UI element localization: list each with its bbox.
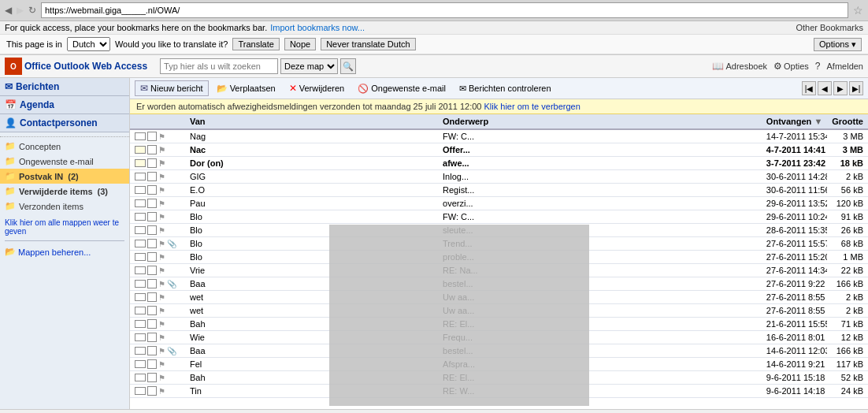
- folder-concepten[interactable]: 📁 Concepten: [0, 139, 129, 154]
- flag-icon[interactable]: ⚑: [158, 186, 165, 195]
- manage-folders-link[interactable]: 📂 Mappen beheren...: [0, 244, 129, 259]
- flag-icon[interactable]: ⚑: [158, 213, 165, 221]
- checkbox[interactable]: [147, 373, 157, 382]
- translate-button[interactable]: Translate: [232, 38, 279, 50]
- checkbox[interactable]: [147, 225, 157, 235]
- language-select[interactable]: Dutch: [67, 37, 110, 51]
- opties-button[interactable]: ⚙ Opties: [773, 61, 809, 72]
- flag-icon[interactable]: ⚑: [158, 253, 165, 262]
- flag-icon[interactable]: ⚑: [158, 173, 165, 181]
- flag-icon[interactable]: ⚑: [158, 387, 165, 396]
- flag-icon[interactable]: ⚑: [158, 333, 165, 342]
- checkbox[interactable]: [147, 333, 157, 342]
- checkbox[interactable]: [147, 359, 157, 369]
- flag-icon[interactable]: ⚑: [158, 280, 165, 288]
- col-header-date[interactable]: Ontvangen ▼: [762, 114, 827, 129]
- flag-icon[interactable]: ⚑: [158, 320, 165, 329]
- checkbox[interactable]: [147, 319, 157, 329]
- flag-icon[interactable]: ⚑: [158, 132, 165, 141]
- search-input[interactable]: [160, 58, 278, 74]
- import-bookmarks-link[interactable]: Import bookmarks now...: [270, 23, 365, 32]
- forward-icon[interactable]: ▶: [17, 5, 24, 16]
- checkbox[interactable]: [147, 212, 157, 221]
- folder-ongewenste[interactable]: 📁 Ongewenste e-mail: [0, 154, 129, 169]
- size-cell: 120 kB: [827, 197, 868, 210]
- back-icon[interactable]: ◀: [5, 5, 12, 16]
- adresboek-button[interactable]: 📖 Adresboek: [712, 61, 767, 72]
- show-all-folders-link[interactable]: Klik hier om alle mappen weer te geven: [0, 217, 129, 237]
- search-scope-select[interactable]: Deze map: [280, 58, 338, 74]
- nope-button[interactable]: Nope: [284, 38, 316, 50]
- checkbox[interactable]: [147, 158, 157, 168]
- never-translate-button[interactable]: Never translate Dutch: [321, 38, 415, 50]
- flag-icon[interactable]: ⚑: [158, 266, 165, 275]
- flag-icon[interactable]: ⚑: [158, 146, 165, 154]
- flag-icon[interactable]: ⚑: [158, 226, 165, 235]
- folder-postvak-in[interactable]: 📁 Postvak IN (2): [0, 169, 129, 184]
- col-header-size: Grootte: [827, 114, 868, 129]
- context-menu-overlay: [329, 225, 589, 406]
- help-button[interactable]: ?: [815, 61, 821, 72]
- flag-icon[interactable]: ⚑: [158, 307, 165, 315]
- envelope-icon: [135, 333, 146, 341]
- next-page-button[interactable]: ▶: [833, 81, 848, 95]
- flag-icon[interactable]: ⚑: [158, 347, 165, 355]
- checkbox[interactable]: [147, 145, 157, 154]
- subject-cell: FW: C...: [438, 210, 762, 224]
- checkbox[interactable]: [147, 172, 157, 181]
- afmelden-button[interactable]: Afmelden: [827, 61, 863, 71]
- checkbox[interactable]: [147, 199, 157, 208]
- table-row[interactable]: ⚑ Pau overzi... 29-6-2011 13:52 120 kB: [130, 197, 868, 210]
- col-header-from[interactable]: Van: [185, 114, 438, 129]
- sidebar-item-contactpersonen[interactable]: 👤 Contactpersonen: [0, 114, 129, 132]
- col-header-subject[interactable]: Onderwerp: [438, 114, 762, 129]
- checkbox[interactable]: [147, 239, 157, 248]
- outlook-icon: O: [5, 58, 22, 75]
- checkbox[interactable]: [147, 132, 157, 141]
- options-button[interactable]: Options ▾: [814, 38, 862, 51]
- sender-cell: Nac: [185, 143, 438, 157]
- sidebar-item-berichten[interactable]: ✉ Berichten: [0, 78, 129, 96]
- flag-icon[interactable]: ⚑: [158, 159, 165, 168]
- junk-button[interactable]: 🚫 Ongewenste e-mail: [352, 81, 451, 96]
- checkbox[interactable]: [147, 279, 157, 288]
- search-button[interactable]: 🔍: [340, 58, 356, 74]
- refresh-icon[interactable]: ↻: [28, 5, 36, 16]
- new-message-button[interactable]: ✉ Nieuw bericht: [135, 80, 209, 96]
- flag-icon[interactable]: ⚑: [158, 293, 165, 302]
- checkbox[interactable]: [147, 252, 157, 262]
- check-messages-button[interactable]: ✉ Berichten controleren: [454, 81, 557, 96]
- last-page-button[interactable]: ▶|: [849, 81, 863, 95]
- checkbox[interactable]: [147, 266, 157, 275]
- folder-verwijderde[interactable]: 📁 Verwijderde items (3): [0, 184, 129, 199]
- folder-verzonden[interactable]: 📁 Verzonden items: [0, 199, 129, 214]
- table-row[interactable]: ⚑ Blo FW: C... 29-6-2011 10:24 91 kB: [130, 210, 868, 224]
- delete-button[interactable]: ✕ Verwijderen: [284, 80, 350, 96]
- flag-icon[interactable]: ⚑: [158, 360, 165, 369]
- checkbox[interactable]: [147, 185, 157, 195]
- checkbox[interactable]: [147, 292, 157, 302]
- prev-page-button[interactable]: ◀: [818, 81, 832, 95]
- table-row[interactable]: ⚑ Nac Offer... 4-7-2011 14:41 3 MB: [130, 143, 868, 157]
- new-message-icon: ✉: [140, 83, 148, 94]
- flag-icon[interactable]: ⚑: [158, 374, 165, 382]
- flag-icon[interactable]: ⚑: [158, 199, 165, 208]
- table-row[interactable]: ⚑ GIG Inlog... 30-6-2011 14:28 2 kB: [130, 170, 868, 184]
- checkbox[interactable]: [147, 346, 157, 355]
- table-row[interactable]: ⚑ E.O Regist... 30-6-2011 11:56 56 kB: [130, 184, 868, 197]
- subject-cell: Offer...: [438, 143, 762, 157]
- flag-icon[interactable]: ⚑: [158, 240, 165, 248]
- first-page-button[interactable]: |◀: [802, 81, 816, 95]
- move-button[interactable]: 📂 Verplaatsen: [211, 81, 281, 96]
- folder-icon: 📁: [5, 186, 16, 196]
- checkbox[interactable]: [147, 306, 157, 315]
- hide-warning-link[interactable]: Klik hier om te verbergen: [484, 102, 581, 111]
- table-row[interactable]: ⚑ Nag FW: C... 14-7-2011 15:34 3 MB: [130, 129, 868, 143]
- table-row[interactable]: ⚑ Dor (on) afwe... 3-7-2011 23:42 18 kB: [130, 157, 868, 170]
- sidebar-item-agenda[interactable]: 📅 Agenda: [0, 96, 129, 114]
- date-cell: 27-6-2011 14:34: [762, 264, 827, 277]
- bookmark-star-icon[interactable]: ☆: [853, 4, 863, 17]
- checkbox[interactable]: [147, 386, 157, 396]
- address-input[interactable]: [41, 2, 848, 18]
- row-icons-cell: ⚑: [130, 251, 185, 264]
